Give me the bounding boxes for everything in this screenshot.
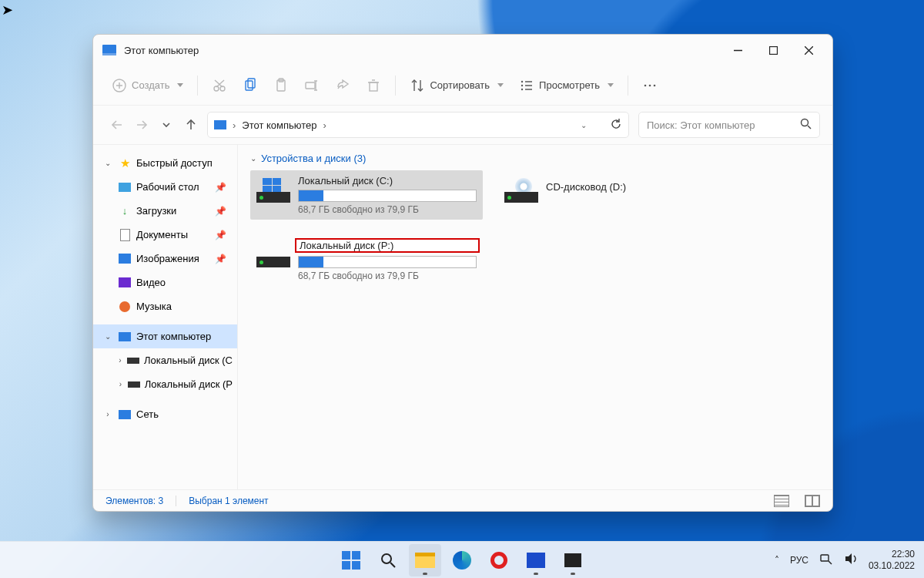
group-header[interactable]: ⌄ Устройства и диски (3) [250, 151, 820, 170]
tray-language[interactable]: РУС [790, 555, 808, 566]
content-pane[interactable]: ⌄ Устройства и диски (3) Локальный диск … [238, 145, 832, 489]
up-button[interactable] [184, 118, 198, 132]
sidebar-label: Документы [136, 229, 188, 240]
pin-icon[interactable]: 📌 [215, 254, 233, 264]
svg-point-30 [644, 84, 647, 86]
sidebar-drive-c[interactable]: › Локальный диск (C [93, 348, 237, 372]
recent-dropdown[interactable] [159, 118, 173, 132]
sidebar-videos[interactable]: Видео [93, 271, 237, 294]
sidebar-documents[interactable]: Документы 📌 [93, 223, 237, 247]
navigation-pane[interactable]: ⌄ ★ Быстрый доступ Рабочий стол 📌 ↓ Загр… [93, 145, 238, 489]
new-button[interactable]: Создать [105, 73, 189, 98]
this-pc-icon [214, 120, 226, 129]
system-tray[interactable]: ˄ РУС 22:30 03.10.2022 [775, 549, 915, 571]
svg-point-36 [802, 119, 808, 126]
search-box[interactable] [638, 112, 820, 138]
taskbar-opera[interactable] [483, 544, 515, 576]
drive-name: CD-дисковод (D:) [546, 181, 692, 193]
sidebar-label: Быстрый доступ [136, 157, 213, 169]
toolbar: Создать Сортировать Просмотреть [93, 66, 832, 106]
drive-cd[interactable]: CD-дисковод (D:) [498, 170, 698, 220]
pin-icon[interactable]: 📌 [215, 182, 233, 193]
drive-p[interactable]: Локальный диск (P:) 68,7 ГБ свободно из … [250, 235, 483, 286]
maximize-button[interactable] [755, 38, 791, 62]
taskbar-app-2[interactable] [557, 544, 589, 576]
music-icon [119, 301, 130, 312]
drive-c[interactable]: Локальный диск (C:) 68,7 ГБ свободно из … [250, 170, 483, 220]
address-bar[interactable]: › Этот компьютер › ⌄ [207, 112, 629, 138]
network-icon [119, 410, 131, 419]
tray-clock[interactable]: 22:30 03.10.2022 [869, 549, 915, 571]
sidebar-label: Этот компьютер [136, 331, 211, 342]
svg-line-39 [390, 563, 395, 567]
tiles-view-button[interactable] [805, 495, 820, 507]
drive-c-icon [256, 175, 290, 215]
back-button[interactable] [110, 118, 124, 132]
drive-name: Локальный диск (P:) [295, 238, 480, 253]
chevron-down-icon[interactable]: ⌄ [250, 154, 256, 163]
sidebar-downloads[interactable]: ↓ Загрузки 📌 [93, 199, 237, 223]
svg-point-28 [521, 88, 523, 89]
search-input[interactable] [647, 119, 800, 131]
downloads-icon: ↓ [118, 204, 132, 218]
copy-button[interactable] [236, 73, 264, 98]
sidebar-drive-p[interactable]: › Локальный диск (P [93, 372, 237, 396]
chevron-right-icon[interactable]: › [118, 356, 122, 365]
chevron-down-icon[interactable]: ⌄ [102, 332, 113, 341]
cut-button[interactable] [206, 73, 233, 98]
start-button[interactable] [335, 544, 367, 576]
rename-button[interactable] [298, 73, 326, 98]
close-button[interactable] [791, 38, 826, 62]
sidebar-quick-access[interactable]: ⌄ ★ Быстрый доступ [93, 151, 237, 175]
tray-overflow[interactable]: ˄ [775, 555, 779, 566]
address-dropdown[interactable]: ⌄ [581, 121, 587, 129]
tray-network-icon[interactable] [819, 552, 833, 568]
svg-marker-42 [845, 553, 852, 564]
this-pc-icon [102, 45, 116, 55]
paste-button[interactable] [267, 73, 295, 98]
drive-p-icon [256, 240, 290, 281]
more-button[interactable] [636, 73, 664, 98]
share-button[interactable] [329, 73, 357, 98]
sidebar-desktop[interactable]: Рабочий стол 📌 [93, 175, 237, 199]
sidebar-pictures[interactable]: Изображения 📌 [93, 247, 237, 271]
svg-point-31 [649, 84, 651, 86]
this-pc-icon [119, 332, 131, 341]
chevron-down-icon[interactable]: ⌄ [102, 159, 113, 167]
sidebar-this-pc[interactable]: ⌄ Этот компьютер [93, 324, 237, 348]
explorer-window: Этот компьютер Создать Сортировать Просм… [92, 34, 833, 512]
breadcrumb-separator[interactable]: › [323, 119, 326, 131]
tray-date: 03.10.2022 [869, 560, 915, 571]
taskbar-edge[interactable] [446, 544, 478, 576]
pin-icon[interactable]: 📌 [215, 206, 233, 217]
search-icon[interactable] [800, 118, 812, 133]
status-bar: Элементов: 3 Выбран 1 элемент [93, 489, 832, 511]
view-button[interactable]: Просмотреть [513, 73, 620, 98]
sidebar-network[interactable]: › Сеть [93, 402, 237, 426]
desktop-icon [119, 183, 131, 192]
sidebar-label: Изображения [136, 253, 199, 264]
share-icon [335, 78, 350, 93]
pin-icon[interactable]: 📌 [215, 230, 233, 240]
tray-volume-icon[interactable] [844, 552, 858, 568]
taskbar-app-1[interactable] [520, 544, 552, 576]
taskbar-search[interactable] [372, 544, 404, 576]
sort-button[interactable]: Сортировать [403, 73, 510, 98]
refresh-button[interactable] [610, 118, 622, 133]
breadcrumb-segment[interactable]: Этот компьютер [242, 119, 316, 131]
taskbar-explorer[interactable] [409, 544, 441, 576]
sidebar-music[interactable]: Музыка [93, 294, 237, 318]
minimize-button[interactable] [720, 38, 755, 62]
forward-button[interactable] [135, 118, 149, 132]
delete-button[interactable] [360, 73, 387, 98]
star-icon: ★ [118, 156, 132, 170]
chevron-right-icon[interactable]: › [118, 380, 123, 388]
group-header-label: Устройства и диски (3) [261, 153, 366, 164]
details-view-button[interactable] [774, 495, 789, 507]
chevron-right-icon[interactable]: › [102, 410, 113, 418]
titlebar[interactable]: Этот компьютер [93, 35, 832, 66]
capacity-bar [298, 190, 477, 202]
taskbar[interactable]: ˄ РУС 22:30 03.10.2022 [0, 541, 924, 578]
separator [395, 76, 396, 96]
more-icon [642, 78, 658, 93]
